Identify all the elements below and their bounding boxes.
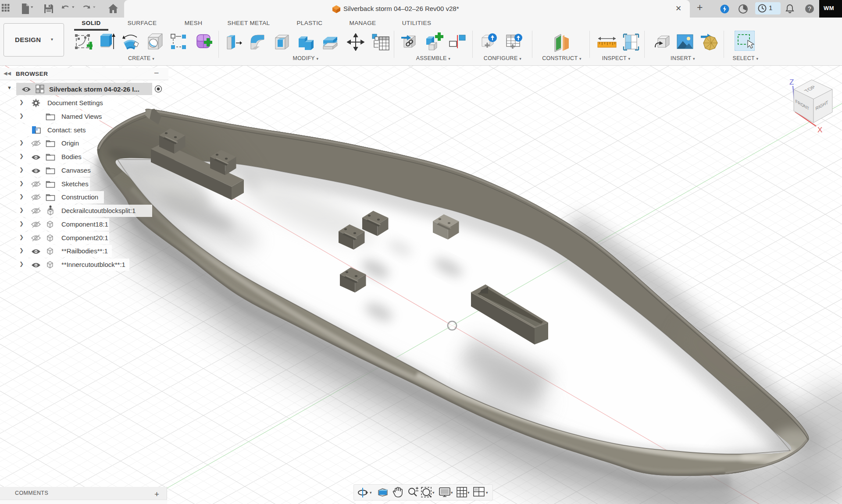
svg-text:?: ? <box>808 5 811 12</box>
svg-text:Z: Z <box>789 78 794 86</box>
svg-text:X: X <box>817 126 822 134</box>
